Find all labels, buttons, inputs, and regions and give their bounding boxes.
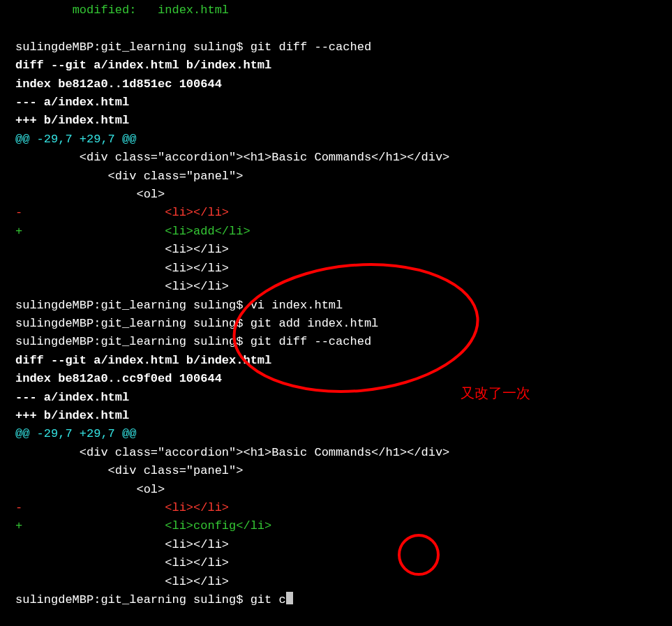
- terminal-text-segment: <div class="panel">: [15, 464, 243, 477]
- terminal-text-segment: +++ b/index.html: [15, 114, 129, 127]
- terminal-text-segment: <div class="accordion"><h1>Basic Command…: [15, 446, 449, 459]
- terminal-line: --- a/index.html: [15, 389, 672, 407]
- terminal-line: <ol>: [15, 481, 672, 499]
- terminal-text-segment: --- a/index.html: [15, 391, 129, 404]
- terminal-text-segment: <div class="accordion"><h1>Basic Command…: [15, 151, 449, 164]
- terminal-output[interactable]: modified: index.html sulingdeMBP:git_lea…: [0, 0, 672, 609]
- terminal-text-segment: <div class="panel">: [15, 170, 243, 183]
- terminal-line: @@ -29,7 +29,7 @@: [15, 425, 672, 443]
- terminal-text-segment: <ol>: [15, 188, 165, 201]
- terminal-line: @@ -29,7 +29,7 @@: [15, 131, 672, 149]
- terminal-line: <li></li>: [15, 554, 672, 572]
- terminal-text-segment: <li></li>: [15, 280, 229, 293]
- terminal-text-segment: sulingdeMBP:git_learning suling$ vi inde…: [15, 299, 343, 312]
- terminal-text-segment: [15, 3, 73, 17]
- terminal-text-segment: index be812a0..1d851ec 100644: [15, 77, 222, 91]
- terminal-text-segment: - <li></li>: [15, 501, 229, 514]
- terminal-line: <div class="panel">: [15, 462, 672, 480]
- terminal-line: <div class="accordion"><h1>Basic Command…: [15, 149, 672, 167]
- terminal-text-segment: <li></li>: [15, 575, 229, 588]
- terminal-text-segment: diff --git a/index.html b/index.html: [15, 354, 271, 367]
- terminal-text-segment: + <li>config</li>: [15, 519, 271, 532]
- terminal-text-segment: <li></li>: [15, 556, 229, 569]
- terminal-text-segment: +++ b/index.html: [15, 409, 129, 422]
- terminal-line: index be812a0..1d851ec 100644: [15, 75, 672, 94]
- annotation-text: 又改了一次: [461, 384, 530, 403]
- terminal-text-segment: @@ -29,7 +29,7 @@: [15, 427, 136, 440]
- terminal-text-segment: + <li>add</li>: [15, 225, 251, 238]
- terminal-line: [15, 20, 672, 38]
- terminal-line: sulingdeMBP:git_learning suling$ git dif…: [15, 38, 672, 57]
- terminal-line: sulingdeMBP:git_learning suling$ vi inde…: [15, 297, 672, 315]
- terminal-line: diff --git a/index.html b/index.html: [15, 352, 672, 370]
- terminal-text-segment: modified: index.html: [73, 3, 229, 17]
- terminal-text-segment: <li></li>: [15, 538, 229, 551]
- terminal-text-segment: --- a/index.html: [15, 96, 129, 109]
- terminal-text-segment: diff --git a/index.html b/index.html: [15, 59, 271, 72]
- terminal-line: - <li></li>: [15, 499, 672, 517]
- terminal-text-segment: sulingdeMBP:git_learning suling$ git dif…: [15, 335, 371, 348]
- terminal-line: <li></li>: [15, 241, 672, 259]
- terminal-line: sulingdeMBP:git_learning suling$ git dif…: [15, 333, 672, 351]
- terminal-line: +++ b/index.html: [15, 112, 672, 130]
- terminal-line: <li></li>: [15, 260, 672, 278]
- terminal-line: <li></li>: [15, 278, 672, 296]
- terminal-line: index be812a0..cc9f0ed 100644: [15, 370, 672, 388]
- terminal-text-segment: sulingdeMBP:git_learning suling$ git add…: [15, 317, 378, 330]
- terminal-line: +++ b/index.html: [15, 407, 672, 425]
- terminal-text-segment: @@ -29,7 +29,7 @@: [15, 133, 136, 146]
- terminal-line: <li></li>: [15, 573, 672, 591]
- terminal-line: <li></li>: [15, 536, 672, 554]
- terminal-line: + <li>add</li>: [15, 223, 672, 241]
- terminal-line: modified: index.html: [15, 1, 672, 20]
- terminal-line: <div class="accordion"><h1>Basic Command…: [15, 444, 672, 462]
- terminal-text-segment: index be812a0..cc9f0ed 100644: [15, 372, 222, 385]
- terminal-text-segment: sulingdeMBP:git_learning suling$ git dif…: [15, 40, 371, 54]
- terminal-line: <ol>: [15, 186, 672, 204]
- terminal-line: sulingdeMBP:git_learning suling$ git add…: [15, 315, 672, 333]
- terminal-line: + <li>config</li>: [15, 517, 672, 535]
- terminal-text-segment: - <li></li>: [15, 206, 229, 219]
- terminal-line: <div class="panel">: [15, 167, 672, 186]
- terminal-line: - <li></li>: [15, 204, 672, 222]
- terminal-line: sulingdeMBP:git_learning suling$ git c: [15, 591, 672, 609]
- terminal-text-segment: <ol>: [15, 483, 165, 496]
- terminal-line: diff --git a/index.html b/index.html: [15, 57, 672, 75]
- terminal-line: --- a/index.html: [15, 94, 672, 112]
- terminal-cursor: [286, 592, 293, 604]
- terminal-text-segment: sulingdeMBP:git_learning suling$ git c: [15, 593, 286, 606]
- terminal-text-segment: <li></li>: [15, 262, 229, 275]
- terminal-text-segment: <li></li>: [15, 243, 229, 256]
